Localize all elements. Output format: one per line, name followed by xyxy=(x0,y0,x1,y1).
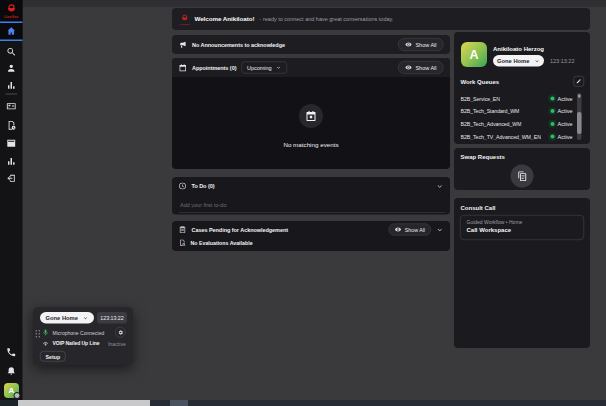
swap-requests-empty-button[interactable] xyxy=(511,165,534,188)
announcements-show-all-button[interactable]: Show All xyxy=(398,38,444,51)
agent-name: Anikiloato Herzog xyxy=(493,45,544,52)
sidebar-item-phone[interactable] xyxy=(6,347,17,358)
consult-call-panel: Consult Call Guided Workflow • Home Call… xyxy=(454,198,590,348)
cases-panel: Cases Pending for Acknowledgement Show A… xyxy=(172,221,450,251)
sidebar-divider xyxy=(6,94,18,95)
sidebar-logo: LiveVox xyxy=(0,0,23,23)
agent-status-dropdown[interactable]: Gone Home xyxy=(493,55,544,67)
pencil-icon xyxy=(576,79,582,85)
evaluations-empty-row: No Evaluations Available xyxy=(172,239,450,247)
todo-collapse-chevron-icon[interactable] xyxy=(436,182,444,190)
sidebar-avatar[interactable]: A xyxy=(4,383,19,398)
work-queues-scrollbar-thumb[interactable] xyxy=(577,112,582,134)
agent-avatar-initial: A xyxy=(469,47,478,62)
cases-collapse-chevron-icon[interactable] xyxy=(436,226,444,234)
evaluations-empty-text: No Evaluations Available xyxy=(191,240,253,246)
work-queues-title: Work Queues xyxy=(461,78,500,85)
appointments-filter-select[interactable]: Upcoming xyxy=(241,62,287,74)
todo-title: To Do (0) xyxy=(192,183,215,189)
agent-panel: A Anikiloato Herzog Gone Home 123:13:22 … xyxy=(454,32,590,144)
app-root: LiveVox A LiveVox Welcome Anikiloato! - … xyxy=(0,0,606,406)
queue-status-dot xyxy=(549,107,557,115)
agent-avatar: A xyxy=(461,42,487,67)
consult-card-title: Call Workspace xyxy=(467,227,578,234)
phone-status-popup: Gone Home 123:13:22 Microphone Connected… xyxy=(33,307,133,365)
audio-settings-button[interactable] xyxy=(115,327,126,338)
queue-status-dot xyxy=(549,133,557,141)
calendar-icon xyxy=(305,110,317,122)
sidebar-item-stats[interactable] xyxy=(6,156,17,167)
work-queue-name: B2B_Tech_Advanced_WM xyxy=(461,121,522,127)
work-queue-row: B2B_Tech_TV_Advanced_WM_ENActive xyxy=(461,130,578,143)
chevron-down-icon xyxy=(276,65,282,71)
microphone-status-text: Microphone Connected xyxy=(53,330,105,336)
sidebar-item-exit[interactable] xyxy=(6,173,17,184)
clock-icon xyxy=(179,182,187,190)
queue-status-text: Active xyxy=(558,121,573,127)
appointments-empty-text: No matching events xyxy=(172,141,450,148)
cases-show-all-button[interactable]: Show All xyxy=(388,224,431,236)
consult-call-title: Consult Call xyxy=(461,204,496,211)
welcome-title: Welcome Anikiloato! xyxy=(194,16,254,23)
queue-status-dot xyxy=(549,120,557,128)
sidebar-item-home[interactable] xyxy=(0,23,23,41)
queue-status-text: Active xyxy=(558,134,573,140)
gear-icon xyxy=(117,329,123,335)
brand-logo-text: LiveVox xyxy=(180,22,189,24)
swap-requests-panel: Swap Requests xyxy=(454,148,590,190)
work-queue-row: B2B_Tech_Standard_WMActive xyxy=(461,105,578,118)
horizontal-scrollbar-segment[interactable] xyxy=(170,400,188,406)
sidebar-item-schedule[interactable] xyxy=(6,120,17,131)
appointments-show-all-button[interactable]: Show All xyxy=(398,61,444,74)
empty-calendar-badge xyxy=(299,104,323,128)
work-queues-edit-button[interactable] xyxy=(574,76,585,87)
swap-requests-title: Swap Requests xyxy=(461,153,505,160)
megaphone-icon xyxy=(179,40,188,49)
work-queue-name: B2B_Tech_TV_Advanced_WM_EN xyxy=(461,134,541,140)
horizontal-scrollbar-thumb[interactable] xyxy=(18,400,150,406)
horizontal-scrollbar xyxy=(0,400,606,406)
chevron-down-icon xyxy=(82,315,88,321)
sidebar-item-id-card[interactable] xyxy=(6,101,17,112)
welcome-banner: LiveVox Welcome Anikiloato! - ready to c… xyxy=(172,8,590,30)
eye-icon xyxy=(394,226,401,233)
sidebar-item-notifications[interactable] xyxy=(6,365,17,376)
brand-logo-icon xyxy=(6,3,17,14)
cases-title: Cases Pending for Acknowledgement xyxy=(192,227,289,233)
clipboard-icon xyxy=(179,226,187,234)
eye-icon xyxy=(405,41,412,48)
consult-card-subtitle: Guided Workflow • Home xyxy=(467,220,578,226)
popup-status-timer: 123:13:22 xyxy=(97,312,127,324)
popup-status-dropdown[interactable]: Gone Home xyxy=(40,312,94,324)
setup-button[interactable]: Setup xyxy=(40,351,66,362)
appointments-header: Appointments (0) Upcoming Show All xyxy=(172,58,450,77)
work-queues-scrollbar-arrow[interactable] xyxy=(578,95,581,98)
sidebar-item-workspace[interactable] xyxy=(6,138,17,149)
sidebar-avatar-status-dot xyxy=(14,392,21,399)
voip-line-status: Inactive xyxy=(33,341,126,347)
pages-icon xyxy=(517,171,528,182)
brand-logo-icon xyxy=(180,14,189,23)
drag-handle[interactable] xyxy=(36,330,41,338)
top-strip xyxy=(23,0,606,7)
sidebar-item-contacts[interactable] xyxy=(6,63,17,74)
appointments-title: Appointments (0) xyxy=(192,65,236,71)
welcome-brand: LiveVox xyxy=(180,14,189,25)
queue-status-text: Active xyxy=(558,108,573,114)
work-queue-name: B2B_Service_EN xyxy=(461,95,501,101)
document-search-icon xyxy=(179,239,187,247)
scrollbar-corner xyxy=(0,400,18,406)
appointments-panel: Appointments (0) Upcoming Show All No ma… xyxy=(172,58,450,169)
todo-input[interactable] xyxy=(179,197,445,213)
welcome-subtitle: - ready to connect and have great conver… xyxy=(260,16,394,22)
sidebar-item-search[interactable] xyxy=(6,47,17,58)
agent-status-timer: 123:13:22 xyxy=(550,58,574,64)
work-queue-name: B2B_Tech_Standard_WM xyxy=(461,108,520,114)
announcements-bar: No Announcements to acknowledge Show All xyxy=(172,35,450,54)
consult-call-workspace-card[interactable]: Guided Workflow • Home Call Workspace xyxy=(460,215,584,240)
queue-status-dot xyxy=(549,95,557,103)
home-icon xyxy=(6,26,17,37)
sidebar: LiveVox A xyxy=(0,0,23,400)
sidebar-item-dashboard[interactable] xyxy=(6,80,17,91)
queue-status-text: Active xyxy=(558,95,573,101)
